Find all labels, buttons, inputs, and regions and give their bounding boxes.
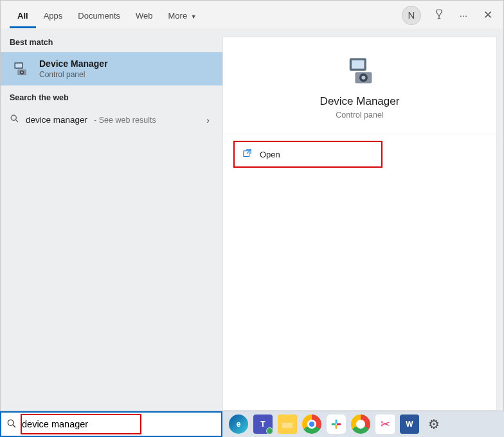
chrome-icon[interactable] <box>302 415 321 434</box>
results-column: Best match Device Manager Control panel … <box>1 30 222 411</box>
open-button[interactable]: Open <box>233 141 382 168</box>
result-text: Device Manager Control panel <box>39 58 108 79</box>
preview-actions: Open <box>223 134 496 174</box>
svg-rect-17 <box>332 424 336 425</box>
svg-rect-15 <box>282 423 293 428</box>
web-query-text: device manager <box>26 115 87 125</box>
svg-rect-1 <box>15 64 22 67</box>
svg-rect-16 <box>336 420 338 424</box>
word-icon[interactable]: W <box>400 415 419 434</box>
result-subtitle: Control panel <box>39 70 108 79</box>
close-icon[interactable]: ✕ <box>482 8 494 22</box>
taskbar: e T ✂ W ⚙ <box>0 411 504 437</box>
avatar[interactable]: N <box>402 6 421 25</box>
preview-column: Device Manager Control panel Open <box>222 30 503 411</box>
section-search-web: Search the web <box>1 85 222 107</box>
preview-header: Device Manager Control panel <box>223 37 496 134</box>
tab-web[interactable]: Web <box>128 2 161 28</box>
result-device-manager[interactable]: Device Manager Control panel <box>1 52 222 85</box>
windows-search-panel: All Apps Documents Web More ▼ N ··· ✕ Be… <box>0 0 504 411</box>
slack-icon[interactable] <box>327 415 346 434</box>
section-best-match: Best match <box>1 30 222 52</box>
svg-point-13 <box>8 420 14 425</box>
preview-subtitle: Control panel <box>223 111 496 120</box>
svg-point-11 <box>361 76 365 80</box>
taskbar-tray: e T ✂ W ⚙ <box>222 411 450 437</box>
taskbar-search-box[interactable] <box>0 411 222 437</box>
preview-title: Device Manager <box>223 95 496 108</box>
tab-more-label: More <box>168 11 188 21</box>
open-label: Open <box>260 150 280 159</box>
file-explorer-icon[interactable] <box>278 415 297 434</box>
search-icon <box>10 114 19 126</box>
svg-rect-19 <box>337 424 341 425</box>
ellipsis-icon[interactable]: ··· <box>457 10 470 21</box>
chevron-down-icon: ▼ <box>191 13 197 20</box>
search-input[interactable] <box>22 413 221 436</box>
content-area: Best match Device Manager Control panel … <box>1 30 503 411</box>
tab-all[interactable]: All <box>10 2 36 28</box>
teams-icon[interactable]: T <box>253 415 273 434</box>
chrome-canary-icon[interactable] <box>351 415 370 434</box>
svg-rect-8 <box>352 60 364 69</box>
device-manager-large-icon <box>343 54 377 87</box>
svg-point-5 <box>11 115 16 120</box>
web-result-row[interactable]: device manager - See web results › <box>1 107 222 132</box>
chevron-right-icon: › <box>206 115 213 125</box>
svg-line-6 <box>15 120 18 122</box>
tab-more[interactable]: More ▼ <box>161 2 204 28</box>
tab-documents[interactable]: Documents <box>70 2 128 28</box>
rewards-icon[interactable] <box>433 8 446 22</box>
tab-apps[interactable]: Apps <box>36 2 71 28</box>
search-icon <box>1 418 22 431</box>
result-title: Device Manager <box>39 58 108 69</box>
open-external-icon <box>242 148 252 160</box>
svg-rect-18 <box>336 425 338 429</box>
device-manager-icon <box>10 58 30 79</box>
svg-point-4 <box>21 71 23 73</box>
preview-card: Device Manager Control panel Open <box>222 37 497 411</box>
web-hint-text: - See web results <box>94 116 156 125</box>
settings-icon[interactable]: ⚙ <box>424 415 444 434</box>
edge-icon[interactable]: e <box>229 415 248 434</box>
top-right-controls: N ··· ✕ <box>402 6 494 25</box>
snip-tool-icon[interactable]: ✂ <box>375 415 395 434</box>
svg-line-14 <box>13 425 15 427</box>
tabs-bar: All Apps Documents Web More ▼ N ··· ✕ <box>1 1 503 30</box>
